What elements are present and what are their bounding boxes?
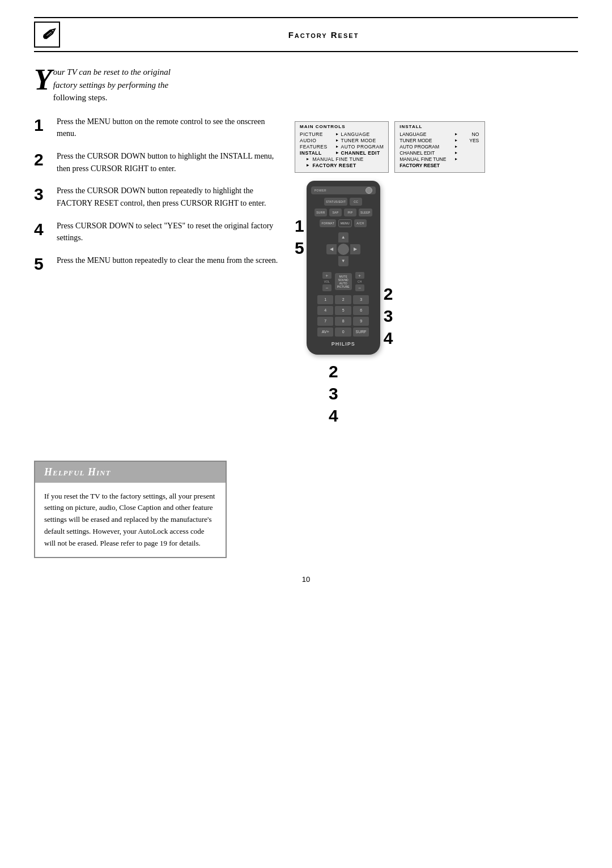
step-number-3: 3 bbox=[34, 186, 49, 203]
av-button[interactable]: AV+ bbox=[317, 327, 333, 337]
dpad-center bbox=[338, 244, 349, 255]
step-3: 3 Press the CURSOR DOWN button repeatedl… bbox=[34, 185, 283, 209]
num-1-button[interactable]: 1 bbox=[317, 295, 333, 304]
hint-title: Helpful Hint bbox=[35, 462, 226, 483]
step-2: 2 Press the CURSOR DOWN button to highli… bbox=[34, 150, 283, 175]
step-text-3: Press the CURSOR DOWN button repeatedly … bbox=[57, 185, 283, 209]
vol-label: VOL bbox=[324, 280, 330, 283]
num-3-button[interactable]: 3 bbox=[353, 295, 369, 304]
step-text-4: Press CURSOR DOWN to select "YES" to res… bbox=[57, 220, 283, 244]
dpad-down-button[interactable]: ▼ bbox=[338, 256, 348, 266]
logo: ✐ bbox=[34, 22, 60, 48]
step-text-5: Press the MENU button repeatedly to clea… bbox=[57, 254, 283, 267]
format-button[interactable]: FORMAT bbox=[320, 219, 336, 227]
picture-label: PICTURE bbox=[337, 285, 350, 288]
pip-button[interactable]: PiP bbox=[344, 209, 356, 216]
remote-status-row: STATUS/EDIT CC bbox=[311, 198, 376, 206]
hint-body: If you reset the TV to the factory setti… bbox=[35, 483, 226, 558]
ch-plus-button[interactable]: + bbox=[355, 272, 364, 279]
surr-button[interactable]: SURR bbox=[314, 209, 327, 216]
step-text-2: Press the CURSOR DOWN button to highligh… bbox=[57, 150, 283, 175]
vol-block: + VOL − bbox=[322, 272, 332, 291]
install-row-tuner-mode: Tuner Mode ▸ Yes bbox=[400, 138, 479, 143]
numbers-and-remote: 1 5 POWER STATUS/EDIT CC bbox=[295, 181, 393, 355]
remote-surr-row: SURR SAP PiP SLEEP bbox=[311, 209, 376, 216]
step-number-1: 1 bbox=[34, 117, 49, 134]
helpful-hint-box: Helpful Hint If you reset the TV to the … bbox=[34, 461, 227, 559]
bottom-callout-3: 3 bbox=[329, 382, 338, 405]
mute-area: MUTE SOUND AUTO PICTURE bbox=[335, 273, 352, 290]
menu-row-picture: Picture ▸ Language bbox=[300, 131, 384, 137]
remote-control: POWER STATUS/EDIT CC SURR SAP PiP SLEEP bbox=[307, 181, 380, 355]
menu-row-audio: Audio ▸ Tuner Mode bbox=[300, 138, 384, 143]
step-1: 1 Press the MENU button on the remote co… bbox=[34, 116, 283, 140]
ch-minus-button[interactable]: − bbox=[355, 284, 364, 291]
step-number-2: 2 bbox=[34, 151, 49, 168]
surf-button[interactable]: SURF bbox=[353, 327, 369, 337]
page-number: 10 bbox=[34, 575, 578, 584]
ch-block: + CH − bbox=[355, 272, 364, 291]
num-9-button[interactable]: 9 bbox=[353, 317, 369, 326]
callout-3: 3 bbox=[384, 305, 393, 327]
intro-paragraph: Your TV can be reset to the original fac… bbox=[34, 66, 261, 104]
power-button[interactable] bbox=[366, 187, 372, 194]
callout-4: 4 bbox=[384, 327, 393, 349]
sound-label: SOUND bbox=[337, 278, 350, 282]
sleep-button[interactable]: SLEEP bbox=[359, 209, 372, 216]
remote-top-bar: POWER bbox=[311, 186, 376, 194]
install-row-manual-fine-tune: Manual Fine Tune ▸ bbox=[400, 156, 479, 162]
vol-ch-area: + VOL − MUTE SOUND AUTO PICTURE + CH bbox=[311, 272, 376, 291]
big-letter: Y bbox=[34, 68, 52, 92]
bottom-callout-4: 4 bbox=[329, 405, 338, 427]
step-4: 4 Press CURSOR DOWN to select "YES" to r… bbox=[34, 220, 283, 244]
callout-2: 2 bbox=[384, 283, 393, 305]
left-callout-numbers: 1 5 bbox=[295, 215, 304, 259]
vol-minus-button[interactable]: − bbox=[322, 284, 332, 291]
callout-1: 1 bbox=[295, 215, 304, 237]
menu-row-factory-reset: ▸ Factory Reset bbox=[300, 163, 384, 168]
ach-button[interactable]: A/CH bbox=[354, 219, 367, 227]
numpad: 1 2 3 4 5 6 7 8 9 AV+ 0 SURF bbox=[317, 295, 369, 337]
menu-row-install: Install ▸ Channel Edit bbox=[300, 150, 384, 156]
page-title: Factory Reset bbox=[69, 30, 578, 40]
install-row-factory-reset: Factory Reset bbox=[400, 163, 479, 168]
dpad-right-button[interactable]: ▶ bbox=[350, 244, 360, 254]
dpad-left-button[interactable]: ◀ bbox=[326, 244, 337, 254]
install-row-language: Language ▸ No bbox=[400, 131, 479, 137]
power-label: POWER bbox=[314, 189, 326, 192]
install-menu: Install Language ▸ No Tuner Mode ▸ Yes A… bbox=[394, 121, 485, 173]
install-row-auto-program: Auto Program ▸ bbox=[400, 144, 479, 150]
right-callout-numbers: 2 3 4 bbox=[384, 283, 393, 349]
step-number-4: 4 bbox=[34, 221, 49, 238]
num-6-button[interactable]: 6 bbox=[353, 306, 369, 315]
intro-line1: our TV can be reset to the original bbox=[53, 67, 171, 76]
install-row-channel-edit: Channel Edit ▸ bbox=[400, 150, 479, 156]
step-5: 5 Press the MENU button repeatedly to cl… bbox=[34, 254, 283, 273]
step-number-5: 5 bbox=[34, 256, 49, 273]
step-text-1: Press the MENU button on the remote cont… bbox=[57, 116, 283, 140]
num-5-button[interactable]: 5 bbox=[335, 306, 351, 315]
main-controls-menu: Main Controls Picture ▸ Language Audio ▸… bbox=[295, 121, 389, 173]
remote-format-row: FORMAT MENU A/CH bbox=[311, 219, 376, 227]
num-8-button[interactable]: 8 bbox=[335, 317, 351, 326]
menu-row-manual-fine-tune: ▸ Manual Fine Tune bbox=[300, 156, 384, 162]
num-0-button[interactable]: 0 bbox=[335, 327, 351, 337]
dpad-up-button[interactable]: ▲ bbox=[338, 232, 348, 242]
menu-button[interactable]: MENU bbox=[338, 219, 352, 227]
num-7-button[interactable]: 7 bbox=[317, 317, 333, 326]
vol-plus-button[interactable]: + bbox=[322, 272, 332, 279]
steps-column: 1 Press the MENU button on the remote co… bbox=[34, 116, 283, 427]
intro-line3: following steps. bbox=[53, 93, 108, 102]
num-4-button[interactable]: 4 bbox=[317, 306, 333, 315]
sap-button[interactable]: SAP bbox=[329, 209, 342, 216]
install-title: Install bbox=[400, 124, 479, 129]
cc-button[interactable]: CC bbox=[350, 198, 362, 206]
main-content: 1 Press the MENU button on the remote co… bbox=[34, 116, 578, 427]
philips-logo: PHILIPS bbox=[332, 341, 355, 347]
bottom-callout-2: 2 bbox=[329, 360, 338, 382]
page-wrapper: ✐ Factory Reset Your TV can be reset to … bbox=[0, 0, 612, 868]
menu-row-features: Features ▸ Auto Program bbox=[300, 144, 384, 150]
status-edit-button[interactable]: STATUS/EDIT bbox=[324, 198, 347, 206]
header: ✐ Factory Reset bbox=[34, 17, 578, 52]
num-2-button[interactable]: 2 bbox=[335, 295, 351, 304]
